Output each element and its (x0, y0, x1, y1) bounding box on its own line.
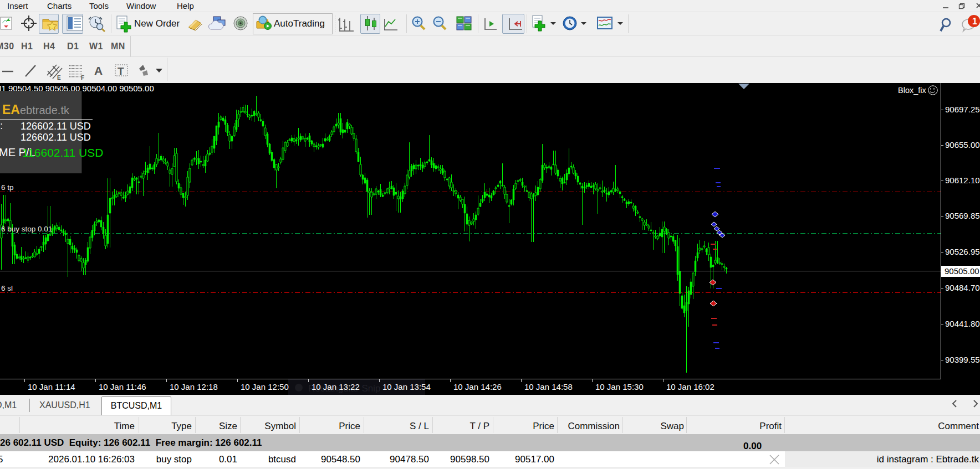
svg-text:90505.00: 90505.00 (945, 266, 979, 276)
svg-text:Blox_fix: Blox_fix (898, 86, 927, 95)
svg-text:90655.00: 90655.00 (945, 140, 980, 150)
svg-text:90697.25: 90697.25 (945, 105, 980, 114)
svg-text:10 Jan 11:46: 10 Jan 11:46 (99, 382, 146, 391)
svg-text:ebtrade.tk: ebtrade.tk (20, 104, 70, 116)
svg-text:10 Jan 13:22: 10 Jan 13:22 (312, 382, 360, 391)
svg-text:A: A (94, 64, 103, 77)
svg-text:10 Jan 16:02: 10 Jan 16:02 (666, 382, 714, 391)
svg-text::: : (0, 120, 3, 131)
svg-text:T: T (118, 65, 124, 77)
svg-text:1: 1 (972, 17, 977, 26)
svg-text:90612.10: 90612.10 (945, 176, 980, 185)
svg-text:F: F (81, 75, 84, 81)
svg-text:10 Jan 11:14: 10 Jan 11:14 (28, 382, 75, 391)
svg-text:10 Jan 12:50: 10 Jan 12:50 (241, 382, 289, 391)
svg-text:10 Jan 14:58: 10 Jan 14:58 (524, 382, 573, 391)
svg-text:90569.85: 90569.85 (945, 211, 980, 220)
svg-text:90526.95: 90526.95 (945, 247, 980, 256)
svg-text:10 Jan 15:30: 10 Jan 15:30 (595, 382, 644, 391)
svg-text:6 sl: 6 sl (1, 284, 13, 292)
svg-text:116602.11 USD: 116602.11 USD (22, 146, 103, 159)
svg-text:90399.55: 90399.55 (945, 355, 980, 364)
svg-text:126602.11 USD: 126602.11 USD (21, 132, 91, 143)
svg-text:E: E (57, 75, 61, 81)
svg-text:6 buy stop 0.01: 6 buy stop 0.01 (1, 225, 52, 233)
svg-text:10 Jan 12:18: 10 Jan 12:18 (170, 382, 218, 391)
svg-text:EA: EA (2, 102, 20, 117)
svg-text:10 Jan 14:26: 10 Jan 14:26 (453, 382, 502, 391)
svg-text:90441.80: 90441.80 (945, 319, 980, 328)
svg-text:90484.70: 90484.70 (945, 283, 980, 292)
svg-text:10 Jan 13:54: 10 Jan 13:54 (382, 382, 431, 391)
svg-text:126602.11 USD: 126602.11 USD (21, 121, 91, 132)
svg-text:6 tp: 6 tp (1, 183, 14, 192)
